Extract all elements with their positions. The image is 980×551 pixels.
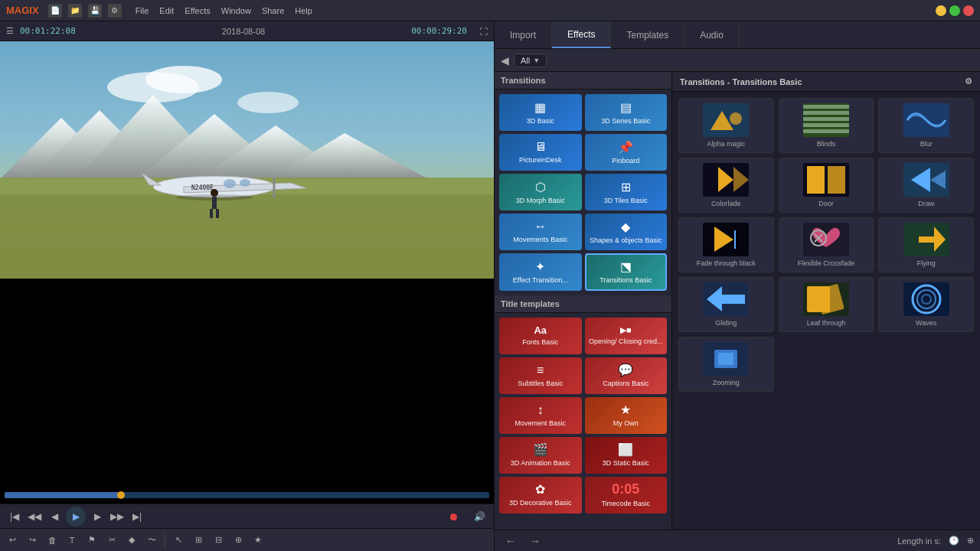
next-frame-button[interactable]: ▶: [89, 508, 106, 525]
detail-settings-icon[interactable]: ⚙: [965, 77, 972, 86]
detail-tile-blur[interactable]: Blur: [878, 98, 974, 153]
text-button[interactable]: T: [63, 531, 81, 549]
detail-tile-waves[interactable]: Waves: [878, 277, 974, 332]
tile-fonts-label: Fonts Basic: [522, 338, 558, 347]
tile-3d-basic[interactable]: ▦ 3D Basic: [499, 94, 582, 131]
draw-label: Draw: [918, 200, 934, 207]
tile-3d-morph-label: 3D Morph Basic: [516, 197, 565, 205]
menu-window[interactable]: Window: [221, 6, 251, 15]
menu-effects[interactable]: Effects: [185, 6, 210, 15]
tile-pinboard[interactable]: 📌 Pinboard: [585, 134, 668, 171]
menu-share[interactable]: Share: [262, 6, 284, 15]
menu-edit[interactable]: Edit: [159, 6, 174, 15]
tile-timecode[interactable]: 0:05 Timecode Basic: [585, 477, 668, 514]
tile-3d-series-basic[interactable]: ▤ 3D Series Basic: [585, 94, 668, 131]
play-button[interactable]: ▶: [66, 507, 86, 527]
detail-tile-zooming[interactable]: Zooming: [678, 337, 774, 392]
prev-frame-button[interactable]: ◀: [46, 508, 63, 525]
tile-subtitles[interactable]: ≡ Subtitles Basic: [499, 357, 582, 394]
tile-3d-morph[interactable]: ⬡ 3D Morph Basic: [499, 174, 582, 210]
fullscreen-icon[interactable]: ⛶: [479, 27, 488, 36]
zooming-label: Zooming: [713, 379, 740, 386]
menu-file[interactable]: File: [136, 6, 149, 15]
svg-rect-11: [0, 194, 494, 279]
tile-3d-animation[interactable]: 🎬 3D Animation Basic: [499, 437, 582, 474]
tile-3d-static[interactable]: ⬜ 3D Static Basic: [585, 437, 668, 474]
tile-shapes[interactable]: ◆ Shapes & objects Basic: [585, 214, 668, 250]
motion-button[interactable]: 〜: [142, 531, 161, 549]
tile-effect-transition[interactable]: ✦ Effect Transition...: [499, 253, 582, 291]
close-button[interactable]: [963, 5, 974, 16]
tab-import[interactable]: Import: [495, 21, 552, 48]
minimize-button[interactable]: [936, 5, 946, 16]
tab-templates[interactable]: Templates: [611, 21, 684, 48]
undo-button[interactable]: ↩: [3, 531, 21, 549]
filter-dropdown[interactable]: All ▼: [514, 54, 547, 67]
tile-my-own[interactable]: ★ My Own: [585, 397, 668, 434]
nav-prev-button[interactable]: ←: [501, 533, 521, 549]
maximize-button[interactable]: [949, 5, 960, 16]
detail-tile-colorFade[interactable]: Colorlade: [678, 158, 774, 213]
tile-movement-label: Movement Basic: [514, 419, 566, 428]
tile-captions[interactable]: 💬 Captions Basic: [585, 357, 668, 394]
step-back-button[interactable]: ◀◀: [26, 508, 43, 525]
detail-transitions-grid: Alpha magic Blinds Blur: [672, 92, 980, 398]
record-button[interactable]: ⏺: [445, 508, 462, 525]
tile-movement-icon: ↕: [537, 403, 544, 417]
detail-tile-fade-black[interactable]: Fade through black: [678, 217, 774, 272]
tile-opening-closing[interactable]: ▶■ Opening/ Closing cred...: [585, 318, 668, 354]
tile-movements[interactable]: ↔ Movements Basic: [499, 214, 582, 250]
tile-captions-icon: 💬: [618, 363, 633, 377]
keyframe-button[interactable]: ◆: [122, 531, 141, 549]
detail-tile-blinds[interactable]: Blinds: [779, 98, 874, 153]
detail-tile-gliding[interactable]: Gliding: [678, 277, 774, 332]
tile-3d-tiles-label: 3D Tiles Basic: [604, 197, 648, 205]
icon-settings[interactable]: ⚙: [108, 4, 122, 18]
menu-help[interactable]: Help: [295, 6, 312, 15]
tile-transitions-basic[interactable]: ⬔ Transitions Basic: [585, 253, 668, 291]
effects-tool[interactable]: ★: [249, 531, 267, 549]
go-to-end-button[interactable]: ▶|: [129, 508, 145, 525]
split-button[interactable]: ✂: [103, 531, 121, 549]
tile-movement[interactable]: ↕ Movement Basic: [499, 397, 582, 434]
tile-3d-decorative[interactable]: ✿ 3D Decorative Basic: [499, 477, 582, 514]
redo-button[interactable]: ↪: [23, 531, 41, 549]
select-tool[interactable]: ↖: [169, 531, 188, 549]
ripple-button[interactable]: ⊟: [209, 531, 227, 549]
expand-icon[interactable]: ☰: [6, 26, 14, 36]
group-button[interactable]: ⊕: [229, 531, 247, 549]
back-button[interactable]: ◀: [501, 54, 509, 67]
detail-tile-door[interactable]: Door: [779, 158, 874, 213]
tile-transitions-label: Transitions Basic: [599, 276, 652, 285]
tile-fonts-basic[interactable]: Aa Fonts Basic: [499, 318, 582, 354]
flying-label: Flying: [917, 259, 936, 267]
delete-button[interactable]: 🗑: [43, 531, 61, 549]
detail-tile-leaf-through[interactable]: Leaf through: [779, 277, 874, 332]
length-settings-icon[interactable]: ⊕: [967, 536, 974, 546]
nav-next-button[interactable]: →: [525, 533, 545, 549]
tab-audio[interactable]: Audio: [684, 21, 740, 48]
icon-new[interactable]: 📄: [48, 4, 62, 18]
detail-tile-flex-crossfade[interactable]: Flexible Crossfade: [779, 217, 874, 272]
snap-button[interactable]: ⊞: [189, 531, 207, 549]
svg-rect-27: [803, 105, 849, 109]
detail-tile-alpha-magic[interactable]: Alpha magic: [678, 98, 774, 153]
detail-tile-flying[interactable]: Flying: [878, 217, 974, 272]
marker-button[interactable]: ⚑: [83, 531, 101, 549]
svg-rect-56: [903, 282, 949, 316]
detail-panel-header: Transitions - Transitions Basic ⚙: [672, 72, 980, 92]
svg-point-3: [237, 92, 299, 113]
tile-3d-tiles[interactable]: ⊞ 3D Tiles Basic: [585, 174, 668, 210]
icon-open[interactable]: 📁: [68, 4, 82, 18]
gliding-preview: [703, 282, 749, 316]
go-to-start-button[interactable]: |◀: [6, 508, 23, 525]
svg-rect-23: [216, 209, 219, 218]
volume-button[interactable]: 🔊: [471, 508, 488, 525]
step-forward-button[interactable]: ▶▶: [109, 508, 126, 525]
colorFade-label: Colorlade: [711, 200, 741, 207]
tile-movements-label: Movements Basic: [513, 236, 567, 244]
tile-picture-in-desk[interactable]: 🖥 PictureinDesk: [499, 134, 582, 171]
tab-effects[interactable]: Effects: [552, 21, 611, 48]
detail-tile-draw[interactable]: Draw: [878, 158, 974, 213]
icon-save[interactable]: 💾: [88, 4, 102, 18]
